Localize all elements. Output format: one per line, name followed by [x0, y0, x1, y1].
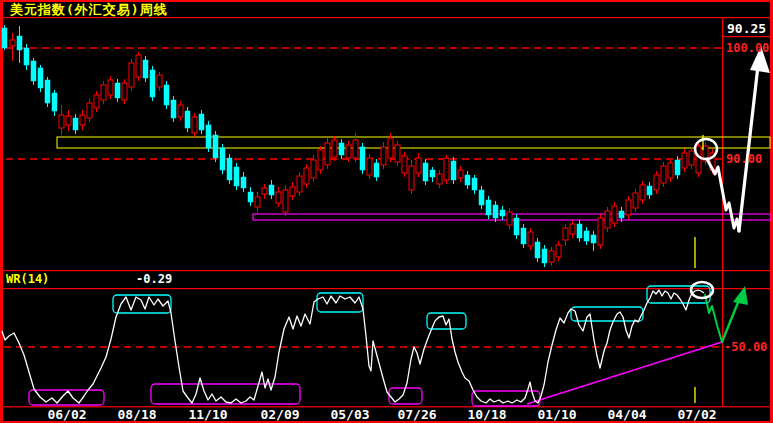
x-axis: 06/0208/1811/1002/0905/0307/2610/1801/10… — [0, 407, 773, 421]
candle-down — [374, 163, 379, 177]
wr-mid-level-label: -50.00 — [724, 341, 767, 353]
candle-down — [584, 231, 589, 241]
candle-up — [458, 170, 463, 178]
candle-up — [318, 150, 323, 170]
x-axis-date-label: 10/18 — [467, 407, 506, 422]
candle-down — [521, 228, 526, 244]
candle-up — [395, 145, 400, 162]
candle-up — [416, 158, 421, 173]
candle-up — [563, 228, 568, 240]
candle-down — [185, 111, 190, 128]
candle-up — [101, 85, 106, 100]
candle-up — [178, 105, 183, 117]
candle-up — [129, 63, 134, 87]
candle-down — [269, 185, 274, 195]
candle-down — [199, 114, 204, 130]
candle-down — [591, 235, 596, 243]
candle-up — [605, 211, 610, 228]
candle-down — [472, 178, 477, 190]
candle-down — [500, 210, 505, 216]
wr-overbought-box — [571, 307, 643, 321]
candle-up — [304, 168, 309, 184]
candle-up — [682, 153, 687, 168]
wr-label-separator — [2, 288, 771, 289]
candle-up — [66, 116, 71, 125]
candle-up — [346, 145, 351, 158]
chart-canvas[interactable] — [0, 0, 773, 423]
candle-down — [38, 68, 43, 88]
app-window: 美元指数(外汇交易)周线 90.25 100.00 90.00 WR(14) -… — [0, 0, 773, 423]
candle-up — [59, 115, 64, 128]
candle-down — [164, 85, 169, 105]
candle-down — [647, 186, 652, 195]
candle-down — [451, 161, 456, 180]
candle-up — [556, 245, 561, 257]
candle-down — [248, 192, 253, 202]
wr-indicator-label: WR(14) — [6, 273, 49, 285]
candle-up — [549, 251, 554, 262]
candle-down — [150, 70, 155, 97]
candle-up — [192, 117, 197, 133]
candle-up — [626, 200, 631, 215]
candle-down — [220, 148, 225, 170]
candle-up — [276, 192, 281, 203]
candle-up — [94, 95, 99, 108]
candle-down — [31, 61, 36, 81]
candle-up — [255, 197, 260, 207]
candle-up — [409, 166, 414, 190]
candle-down — [241, 177, 246, 188]
candle-down — [535, 242, 540, 258]
candle-up — [297, 176, 302, 192]
candle-up — [437, 174, 442, 184]
last-price-label: 90.25 — [727, 22, 766, 35]
candle-down — [577, 224, 582, 238]
x-axis-date-label: 05/03 — [330, 407, 369, 422]
window-border-left — [0, 0, 3, 423]
x-axis-date-label: 01/10 — [537, 407, 576, 422]
candle-up — [696, 146, 701, 173]
main-wr-separator — [2, 270, 771, 271]
x-axis-date-label: 07/26 — [397, 407, 436, 422]
candle-down — [486, 200, 491, 215]
candle-down — [430, 170, 435, 177]
candle-up — [87, 103, 92, 118]
chart-title: 美元指数(外汇交易)周线 — [10, 3, 168, 16]
candle-down — [493, 205, 498, 218]
candle-down — [339, 143, 344, 155]
candle-up — [507, 212, 512, 225]
candle-up — [598, 218, 603, 245]
candle-down — [143, 60, 148, 78]
x-axis-date-label: 08/18 — [117, 407, 156, 422]
candle-up — [283, 190, 288, 212]
candle-down — [52, 93, 57, 111]
candle-down — [17, 36, 22, 50]
candle-down — [479, 190, 484, 205]
candle-up — [612, 206, 617, 223]
resistance-box — [57, 137, 770, 148]
candle-down — [542, 249, 547, 263]
candle-up — [325, 143, 330, 165]
forecast-arrow-shaft-white — [739, 57, 759, 231]
candle-up — [570, 224, 575, 234]
candle-up — [157, 75, 162, 87]
candle-down — [227, 158, 232, 180]
candle-up — [654, 175, 659, 190]
candle-up — [633, 193, 638, 208]
candle-down — [24, 48, 29, 65]
candle-up — [332, 140, 337, 157]
candle-down — [675, 160, 680, 175]
candle-up — [528, 232, 533, 246]
candle-down — [2, 28, 7, 48]
price-level-100-label: 100.00 — [726, 42, 769, 54]
wr-indicator-value: -0.29 — [136, 273, 172, 285]
candle-down — [360, 147, 365, 170]
candle-up — [311, 160, 316, 178]
x-axis-date-label: 07/02 — [677, 407, 716, 422]
candle-up — [640, 185, 645, 200]
candle-up — [661, 166, 666, 183]
candle-up — [668, 163, 673, 178]
candle-down — [213, 135, 218, 158]
candle-up — [353, 140, 358, 158]
candle-up — [402, 156, 407, 173]
candle-up — [444, 158, 449, 180]
